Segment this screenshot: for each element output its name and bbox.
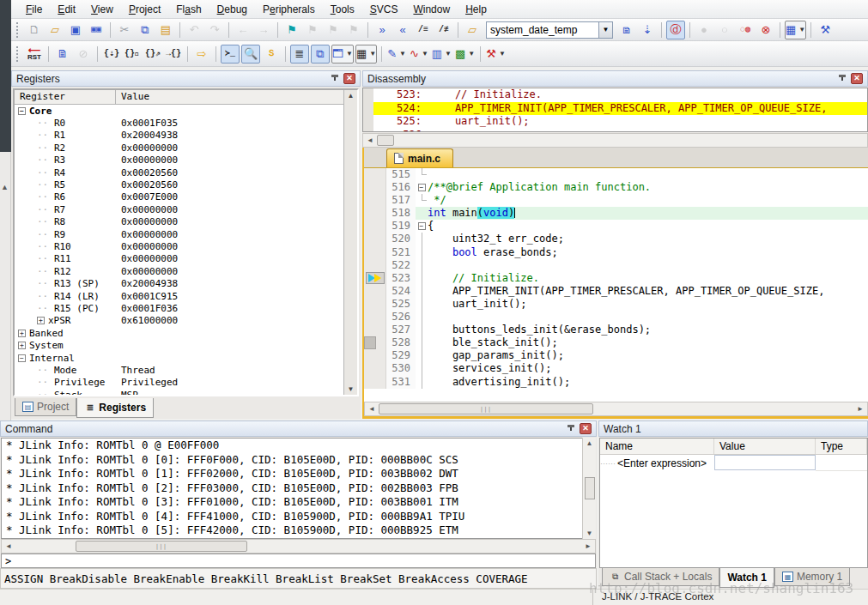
editor-line[interactable]: 525 uart_init(); [364,298,868,311]
command-prompt-input[interactable]: > [1,554,596,568]
register-row[interactable]: ·· StackMSP [15,389,357,396]
watch-expression-cell[interactable]: ······<Enter expression> [600,455,714,471]
save-all-icon[interactable]: ▣▣ [87,21,106,39]
reset-cpu-icon[interactable]: ⟵RST [25,45,44,64]
register-row[interactable]: ·· R00x0001F035 [15,117,357,129]
register-row[interactable]: ·· R50x00020560 [15,178,357,191]
register-row[interactable]: ·· R90x00000000 [15,228,357,240]
close-icon[interactable]: ✕ [851,73,863,84]
register-row[interactable]: ·· R100x00000000 [15,240,357,252]
chevron-down-icon[interactable]: ▼ [599,21,613,39]
expand-icon[interactable]: + [18,342,26,349]
bookmark-icon[interactable]: ⚑ [282,21,301,39]
fold-margin[interactable] [416,376,428,389]
editor-gutter[interactable] [364,311,386,324]
registers-vscrollbar[interactable]: ▲▼ [343,90,357,395]
editor-code-area[interactable]: 515516−/**@brief Application main functi… [364,168,868,402]
step-over-icon[interactable]: {}⃗ [123,45,142,64]
serial-window-icon[interactable]: ✎▼ [386,45,407,64]
collapse-icon[interactable]: − [18,354,26,362]
register-row[interactable]: ·· R20x00000000 [15,142,357,154]
uncomment-icon[interactable]: /≢ [434,21,453,39]
editor-line[interactable]: 526 [364,311,868,324]
editor-gutter[interactable] [364,336,386,349]
fold-margin[interactable] [416,336,428,349]
pin-icon[interactable] [837,74,847,84]
fold-margin[interactable] [416,298,428,311]
editor-gutter[interactable] [364,207,386,220]
breakpoint-disable-all-icon[interactable]: ◌◍ [736,21,755,39]
tab-project[interactable]: ▤Project [15,398,76,416]
register-row[interactable]: ·· R80x00000000 [15,216,357,228]
column-header-value[interactable]: Value [714,439,816,454]
disassembly-line[interactable]: 523: // Initialize. [363,88,867,102]
watch-window-icon[interactable]: 🗔▼ [331,45,354,64]
editor-line[interactable]: 530 services_init(); [364,362,868,375]
step-out-icon[interactable]: {}⇗ [143,45,162,64]
dropdown-arrow-icon[interactable]: ▼ [445,50,452,57]
editor-gutter[interactable] [364,168,386,181]
fold-margin[interactable] [416,285,428,298]
disassembly-line[interactable]: 525: uart_init(); [363,115,867,129]
menu-flash[interactable]: Flash [168,2,209,17]
dropdown-arrow-icon[interactable]: ▼ [798,26,805,33]
fold-margin[interactable] [416,246,428,259]
start-stop-debug-icon[interactable]: ⓓ [666,21,685,39]
breakpoint-kill-all-icon[interactable]: ⊗ [756,21,775,39]
editor-gutter[interactable] [364,259,386,272]
menu-debug[interactable]: Debug [209,2,255,17]
trace-window-icon[interactable]: ▥▼ [431,45,452,64]
editor-hscrollbar[interactable]: ◄∣∣∣ ► [364,402,868,416]
command-output[interactable]: * JLink Info: ROMTbl 0 @ E00FF000* JLink… [1,438,596,539]
fold-margin[interactable] [416,311,428,324]
fold-margin[interactable] [416,324,428,336]
command-hscrollbar[interactable]: ◄ ∣∣∣ ► [1,539,596,554]
tab-main-c[interactable]: main.c [386,148,453,167]
open-folder-icon[interactable]: ▱ [46,21,64,39]
editor-gutter[interactable] [364,285,386,298]
memory-window-icon[interactable]: ▦▼ [355,45,377,64]
fold-collapse-icon[interactable]: − [418,184,426,191]
run-icon[interactable]: 🗎 [53,45,72,64]
register-row[interactable]: ·· R120x00000000 [15,265,357,277]
editor-line[interactable]: 518int main(void) [364,207,868,220]
register-row[interactable]: +xPSR0x61000000 [15,315,357,327]
fold-margin[interactable] [416,233,428,245]
disassembly-window-icon[interactable]: 🔍 [241,45,260,64]
column-header-value[interactable]: Value [116,90,357,104]
menu-view[interactable]: View [83,2,121,17]
column-header-register[interactable]: Register [15,90,116,104]
command-vscrollbar[interactable]: ▲▼ [582,438,596,539]
dropdown-arrow-icon[interactable]: ▼ [422,50,428,57]
register-row[interactable]: ·· PrivilegePrivileged [15,377,357,389]
editor-line[interactable]: 515 [364,168,868,181]
editor-line[interactable]: 523 // Initialize. [364,272,868,285]
register-row[interactable]: ·· ModeThread [15,364,357,376]
paste-icon[interactable]: ▤ [156,21,175,39]
editor-gutter[interactable] [364,349,386,362]
fold-margin[interactable] [416,362,428,375]
register-row[interactable]: ·· R40x00020560 [15,166,357,178]
editor-line[interactable]: 522 [364,259,868,272]
editor-line[interactable]: 517 */ [364,194,868,207]
menu-peripherals[interactable]: Peripherals [255,2,323,17]
disassembly-code[interactable]: 523: // Initialize.524: APP_TIMER_INIT(A… [362,88,868,132]
find-in-files-icon[interactable]: 🗈 [617,21,636,39]
toolbox-icon[interactable]: ⚒▼ [485,45,507,64]
dropdown-arrow-icon[interactable]: ▼ [499,50,506,57]
expand-icon[interactable]: + [37,317,45,324]
close-icon[interactable]: ✕ [580,423,592,434]
editor-line[interactable]: 521 bool erase_bonds; [364,246,868,259]
search-combobox[interactable]: system_date_temp▼ [486,21,613,39]
register-row[interactable]: ·· R60x0007E000 [15,191,357,203]
menu-svcs[interactable]: SVCS [362,2,406,17]
column-header-type[interactable]: Type [816,439,867,454]
dropdown-arrow-icon[interactable]: ▼ [369,50,376,57]
pin-icon[interactable] [330,74,340,84]
logic-analyzer-icon[interactable]: ∿▼ [409,45,429,64]
editor-line[interactable]: 527 buttons_leds_init(&erase_bonds); [364,324,868,336]
fold-margin[interactable] [416,194,428,207]
editor-line[interactable]: 516−/**@brief Application main function. [364,181,868,194]
window-layout-icon[interactable]: ▦▼ [785,21,806,39]
show-next-statement-icon[interactable]: ⇨ [192,45,211,64]
